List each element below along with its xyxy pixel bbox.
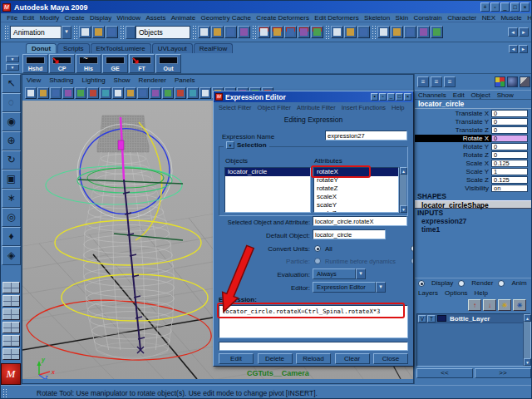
expression-name-field[interactable]: expression27 [325, 131, 407, 140]
scroll-down-icon[interactable]: ▼ [524, 358, 531, 366]
scroll-up-icon[interactable]: ▲ [524, 314, 531, 322]
highlight-selection-icon[interactable] [238, 26, 250, 38]
status-line-grip[interactable] [325, 25, 329, 40]
dialog-titlebar[interactable]: M Expression Editor ▪ ▫ _ □ × [214, 91, 413, 102]
move-tool-icon[interactable]: ⊕ [2, 131, 21, 150]
scroll-down-icon[interactable]: ▼ [400, 205, 407, 213]
lock-camera-icon[interactable] [37, 87, 49, 99]
expression-text-area[interactable]: locator_circle.rotateX=Ctrl_Spinal.rotat… [219, 305, 408, 338]
globe-icon[interactable] [507, 76, 518, 87]
select-by-hierarchy-icon[interactable] [198, 26, 210, 38]
open-scene-icon[interactable] [92, 26, 105, 38]
rotate-tool-icon[interactable]: ↻ [2, 150, 21, 170]
viewport-menu-renderer[interactable]: Renderer [139, 76, 166, 84]
selection-section-header[interactable]: ▼ Selection [224, 141, 269, 149]
edit-menu[interactable]: Edit [453, 91, 465, 99]
shelf-tab-scripts[interactable]: Scripts [57, 43, 89, 53]
attributes-list-item[interactable]: rotateX [314, 168, 398, 176]
channels-slider-layout-icon[interactable]: ≡ [431, 76, 442, 87]
menu-help[interactable]: Help [525, 14, 532, 22]
input-node-time[interactable]: time1 [415, 225, 532, 234]
nav-prev-button[interactable]: << [416, 368, 473, 378]
selection-mask-icon[interactable] [126, 26, 135, 39]
channel-box-object-name[interactable]: locator_circle [415, 100, 532, 109]
channel-value-field[interactable]: 0.125 [491, 160, 528, 167]
attributes-list-item[interactable]: scaleY [314, 201, 398, 209]
menu-nex[interactable]: NEX [479, 14, 498, 22]
reload-button[interactable]: Reload [296, 353, 331, 364]
paint-effects-icon[interactable] [417, 26, 430, 38]
snap-to-view-plane-icon[interactable] [298, 26, 310, 38]
particle-creation-radio[interactable] [411, 258, 414, 264]
attributes-scrollbar[interactable]: ▲ ▼ [399, 167, 406, 213]
maximize-button[interactable]: □ [510, 2, 520, 12]
menu-create-deformers[interactable]: Create Deformers [254, 14, 312, 22]
layout-persp-graph-icon[interactable] [2, 322, 20, 333]
shelf-menu-icon[interactable]: ▼ [6, 64, 19, 71]
window-titlebar[interactable]: M Autodesk Maya 2009 + ▫ _ □ × [1, 1, 531, 13]
anim-mode-radio[interactable] [498, 280, 505, 287]
scale-tool-icon[interactable]: ▣ [2, 170, 21, 189]
view-selected-icon[interactable] [87, 87, 99, 99]
input-node-expression[interactable]: expression27 [415, 217, 532, 225]
shelf-item-out[interactable]: Out [155, 54, 181, 73]
hypershade-icon[interactable] [431, 26, 443, 38]
expression-editor-window[interactable]: M Expression Editor ▪ ▫ _ □ × Select Fil… [213, 91, 414, 367]
save-scene-icon[interactable] [106, 26, 118, 38]
dialog-help-menu[interactable]: Help [392, 104, 404, 111]
wireframe-icon[interactable] [125, 87, 136, 99]
shelf-prev-icon[interactable]: ◄ [509, 45, 518, 53]
new-scene-icon[interactable] [79, 26, 91, 38]
paint-select-tool-icon[interactable]: ◉ [2, 112, 21, 131]
shape-node-item[interactable]: locator_circleShape [415, 200, 532, 209]
snap-to-point-icon[interactable] [284, 26, 297, 38]
close-button[interactable]: × [520, 2, 530, 12]
render-view-icon[interactable] [377, 26, 390, 38]
select-by-component-icon[interactable] [224, 26, 237, 38]
shelf-item-cp[interactable]: ↘ CP [49, 54, 75, 73]
scroll-up-icon[interactable]: ▲ [400, 167, 407, 175]
shelf-tab-donut[interactable]: Donut [26, 43, 57, 53]
status-line-grip[interactable] [120, 25, 124, 40]
layout-hypershade-persp-icon[interactable] [2, 335, 20, 347]
universal-manipulator-icon[interactable]: ∗ [2, 189, 21, 208]
status-line-grip[interactable] [372, 25, 376, 40]
window-roll-button[interactable]: ▫ [490, 2, 500, 12]
layer-row-bottle-layer[interactable]: V T Bottle_Layer [417, 314, 530, 323]
status-line-grip[interactable] [73, 25, 77, 40]
viewport-menu-shading[interactable]: Shading [49, 76, 73, 84]
convert-units-none-radio[interactable] [411, 245, 414, 252]
shelf-item-hshd[interactable]: Hshd [22, 54, 48, 73]
frame-all-icon[interactable] [100, 87, 111, 99]
channels-menu[interactable]: Channels [418, 91, 446, 99]
status-line-grip[interactable] [4, 25, 8, 40]
color-index-icon[interactable] [495, 76, 505, 87]
render-settings-icon[interactable] [404, 26, 416, 38]
convert-units-all-radio[interactable] [314, 245, 321, 252]
channel-value-field[interactable]: 1 [491, 168, 528, 175]
output-connections-icon[interactable] [344, 26, 357, 38]
status-line-grip[interactable] [192, 25, 196, 40]
menu-set-selector[interactable]: Animation ▼ [10, 26, 71, 39]
channel-value-field[interactable]: 0 [491, 151, 528, 159]
menu-assets[interactable]: Assets [143, 14, 168, 22]
dropdown-arrow-icon[interactable]: ▼ [356, 268, 366, 279]
textured-icon[interactable] [175, 87, 186, 99]
layer-color-swatch[interactable] [437, 315, 446, 322]
viewport-menu-show[interactable]: Show [114, 76, 131, 84]
menu-skin[interactable]: Skin [392, 14, 411, 22]
channels-manip-layout-icon[interactable]: ≡ [444, 76, 456, 87]
image-plane-icon[interactable] [75, 87, 86, 99]
particle-runtime-radio[interactable] [314, 258, 321, 264]
options-menu[interactable]: Options [445, 289, 468, 297]
shelf-tab-uvlayout[interactable]: UVLayout [152, 43, 193, 53]
menu-constrain[interactable]: Constrain [411, 14, 445, 22]
clear-button[interactable]: Clear [335, 353, 370, 364]
dialog-minimize-button[interactable]: _ [387, 93, 395, 101]
viewport-menu-view[interactable]: View [27, 76, 41, 84]
channel-value-field[interactable]: on [491, 185, 528, 192]
bookmark-icon[interactable] [62, 87, 74, 99]
attributes-list[interactable]: rotateX rotateY rotateZ scaleX scaleY sc… [313, 167, 399, 213]
viewport-menu-panels[interactable]: Panels [175, 76, 195, 84]
menu-display[interactable]: Display [87, 14, 115, 22]
